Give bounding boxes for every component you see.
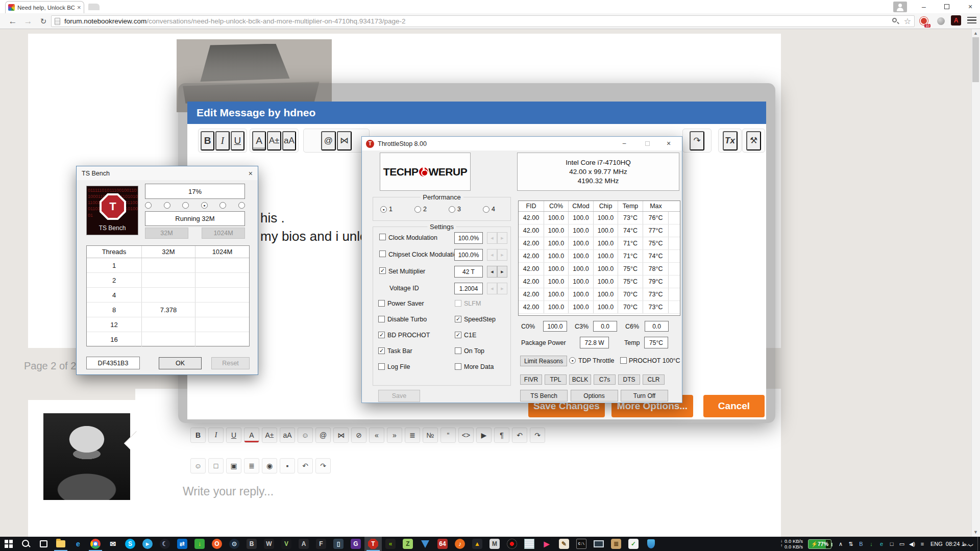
checkbox[interactable]: ✓: [379, 267, 386, 274]
ts-function-button[interactable]: BCLK: [569, 374, 591, 385]
new-tab-button[interactable]: [88, 4, 100, 10]
tray-icon[interactable]: □: [887, 538, 897, 550]
editor-toolbar-button[interactable]: B: [201, 131, 214, 151]
bookmark-star-icon[interactable]: ☆: [904, 17, 911, 26]
taskbar-item[interactable]: [17, 537, 35, 551]
taskbar-item[interactable]: 64: [434, 537, 451, 551]
cancel-button[interactable]: Cancel: [703, 395, 765, 417]
ts-function-button[interactable]: TPL: [545, 374, 567, 385]
performance-radio[interactable]: ● 1: [380, 206, 414, 213]
taskbar-item[interactable]: ≣: [607, 537, 625, 551]
tray-icon[interactable]: ≡: [917, 538, 927, 550]
taskbar-item[interactable]: G: [347, 537, 364, 551]
remove-format-icon[interactable]: Tx: [723, 131, 738, 151]
page-scrollbar[interactable]: [971, 29, 980, 537]
taskbar-item[interactable]: [521, 537, 538, 551]
forward-button[interactable]: →: [22, 16, 34, 27]
tray-icon[interactable]: B: [856, 538, 866, 550]
checkbox[interactable]: [379, 234, 386, 240]
user-avatar[interactable]: [43, 413, 130, 500]
editor-toolbar-button[interactable]: U: [231, 131, 244, 151]
language-indicator[interactable]: ENG: [930, 541, 943, 547]
performance-radio[interactable]: 4: [483, 206, 517, 213]
editor-toolbar-button[interactable]: U: [226, 428, 241, 443]
taskbar-item[interactable]: [87, 537, 104, 551]
tray-icon[interactable]: ▭: [897, 538, 907, 550]
tray-icon[interactable]: ∧: [836, 538, 846, 550]
tray-icon[interactable]: ◀): [907, 538, 917, 550]
taskbar-item[interactable]: [35, 537, 52, 551]
taskbar-item[interactable]: [503, 537, 521, 551]
taskbar-item[interactable]: ▸: [139, 537, 156, 551]
throttlestop-close-button[interactable]: ×: [658, 137, 679, 150]
adblock-extension-icon[interactable]: 10: [918, 15, 929, 27]
editor-toolbar-button[interactable]: »: [387, 428, 402, 443]
reply-input-placeholder[interactable]: Write your reply...: [183, 485, 274, 498]
url-text[interactable]: forum.notebookreview.com/conversations/n…: [64, 17, 892, 25]
editor-toolbar-button[interactable]: ☺: [298, 428, 313, 443]
taskbar-item[interactable]: C:\: [573, 537, 590, 551]
editor-toolbar-button[interactable]: ⋈: [337, 131, 352, 151]
window-maximize-button[interactable]: [938, 0, 955, 13]
editor-toolbar-button[interactable]: I: [208, 428, 224, 443]
editor-toolbar-button[interactable]: @: [321, 131, 336, 151]
settings-checkbox[interactable]: ✓ Task Bar: [378, 347, 455, 354]
taskbar-item[interactable]: ☾: [156, 537, 174, 551]
settings-checkbox[interactable]: Power Saver: [378, 300, 455, 307]
taskbar-item[interactable]: T: [364, 537, 382, 551]
scrollbar-thumb[interactable]: [972, 37, 979, 82]
limit-reasons-button[interactable]: Limit Reasons: [520, 356, 567, 366]
scrollbar-down-icon[interactable]: ▼: [971, 528, 980, 536]
ts-function-button[interactable]: CLR: [643, 374, 665, 385]
editor-toolbar-button[interactable]: ↶: [298, 458, 313, 473]
taskbar-item[interactable]: [642, 537, 659, 551]
settings-value[interactable]: 42 T: [454, 266, 483, 278]
editor-toolbar-button[interactable]: ☺: [190, 458, 206, 473]
taskbar-item[interactable]: [0, 537, 17, 551]
tray-icon[interactable]: ↓: [866, 538, 876, 550]
bench-size-radio[interactable]: [145, 202, 152, 209]
settings-checkbox[interactable]: On Top: [455, 347, 508, 354]
browser-menu-icon[interactable]: [967, 17, 976, 24]
taskbar-item[interactable]: M: [486, 537, 503, 551]
editor-toolbar-button[interactable]: aA: [280, 428, 295, 443]
taskbar-item[interactable]: ♪: [451, 537, 469, 551]
editor-toolbar-button[interactable]: “: [440, 428, 456, 443]
editor-toolbar-button[interactable]: ↶: [512, 428, 527, 443]
ts-function-button[interactable]: C7s: [594, 374, 616, 385]
editor-toolbar-button[interactable]: ↷: [315, 458, 331, 473]
editor-toolbar-button[interactable]: ⊘: [351, 428, 366, 443]
taskbar-item[interactable]: B: [243, 537, 260, 551]
settings-value[interactable]: 100.0%: [454, 249, 483, 261]
tray-icon[interactable]: e: [876, 538, 887, 550]
editor-toolbar-button[interactable]: A: [252, 131, 266, 151]
editor-toolbar-button[interactable]: ▣: [226, 458, 241, 473]
taskbar-item[interactable]: ✎: [555, 537, 573, 551]
settings-checkbox[interactable]: Disable Turbo: [378, 316, 455, 322]
profile-button[interactable]: [893, 2, 907, 12]
bench-size-radio[interactable]: [238, 202, 245, 209]
editor-toolbar-button[interactable]: ◉: [262, 458, 277, 473]
extension-globe-icon[interactable]: [935, 15, 946, 27]
editor-toolbar-button[interactable]: ⋈: [333, 428, 349, 443]
editor-toolbar-button[interactable]: №: [423, 428, 438, 443]
taskbar-item[interactable]: Z: [399, 537, 416, 551]
acrobat-extension-icon[interactable]: A: [951, 15, 961, 26]
modal-header[interactable]: Edit Message by hdneo: [187, 102, 766, 124]
scrollbar-up-icon[interactable]: ▲: [971, 29, 980, 37]
share-icon[interactable]: ↷: [690, 131, 704, 151]
taskbar-item[interactable]: S: [121, 537, 139, 551]
prochot-checkbox[interactable]: [620, 357, 627, 364]
bench-size-radio[interactable]: [219, 202, 226, 209]
settings-value[interactable]: 1.2004: [454, 283, 483, 294]
settings-checkbox[interactable]: Log File: [378, 363, 455, 370]
bench-size-radio[interactable]: [182, 202, 189, 209]
throttlestop-minimize-button[interactable]: –: [614, 137, 634, 150]
editor-toolbar-button[interactable]: □: [208, 458, 224, 473]
browser-tab[interactable]: Need help, Unlock BCLK a ×: [5, 1, 84, 13]
taskbar-item[interactable]: e: [69, 537, 87, 551]
tsbench-titlebar[interactable]: TS Bench ×: [77, 166, 258, 180]
editor-toolbar-button[interactable]: ↷: [530, 428, 545, 443]
editor-toolbar-button[interactable]: A±: [267, 131, 281, 151]
editor-toolbar-button[interactable]: B: [190, 428, 206, 443]
